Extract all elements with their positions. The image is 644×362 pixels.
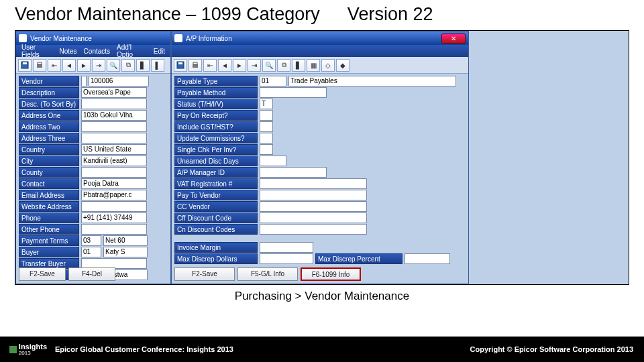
svg-rect-6 (193, 64, 198, 68)
vm-field[interactable] (81, 121, 147, 132)
vm-label: Address Two (19, 121, 79, 132)
ap-last-icon[interactable]: ⇥ (248, 59, 261, 72)
search-icon[interactable]: 🔍 (107, 59, 120, 72)
vm-window-title: Vendor Maintenance (30, 35, 92, 42)
vm-field[interactable]: US United State (81, 144, 147, 155)
copyright-text: Copyright © Epicor Software Corporation … (470, 345, 644, 353)
ap-field[interactable] (260, 167, 327, 178)
vm-field[interactable]: Katy S (103, 247, 148, 257)
ap-field[interactable] (260, 121, 273, 132)
save-icon[interactable] (18, 59, 32, 72)
vm-field[interactable] (81, 76, 87, 86)
vm-label: Phone (19, 213, 79, 223)
ap-print-icon[interactable] (189, 59, 202, 72)
print-icon[interactable] (33, 59, 46, 72)
vm-field[interactable]: Net 60 (103, 235, 148, 246)
first-icon[interactable]: ⇤ (48, 59, 61, 72)
ap-information-window: A/P Information ✕ ⇤ ◄ ► ⇥ 🔍 ⧉ ▋ ▦ ◇ ◆ Pa… (171, 31, 469, 284)
ap-field[interactable] (260, 133, 273, 143)
ap-col-icon[interactable]: ▋ (292, 59, 305, 72)
ap-field[interactable] (260, 156, 286, 166)
ap-prev-icon[interactable]: ◄ (218, 59, 231, 72)
extra2-icon[interactable]: ▌ (151, 59, 164, 72)
ap-save-icon[interactable] (174, 59, 187, 72)
ap-extra1-icon[interactable]: ◇ (321, 59, 335, 72)
ap-field[interactable] (260, 178, 367, 189)
f2-save-button[interactable]: F2-Save (19, 267, 66, 281)
vm-menubar[interactable]: User Fields Notes Contacts Add'l Optio E… (16, 45, 170, 57)
f6-1099-info-button[interactable]: F6-1099 Info (301, 267, 361, 281)
vm-field[interactable] (81, 201, 147, 212)
prev-icon[interactable]: ◄ (62, 59, 76, 72)
vm-label: Address One (19, 110, 79, 121)
vm-field[interactable] (81, 224, 147, 235)
extra1-icon[interactable]: ▋ (136, 59, 150, 72)
vm-field[interactable] (81, 167, 147, 178)
ap-field[interactable] (405, 253, 450, 264)
breadcrumb: Purchasing > Vendor Maintenance (0, 290, 644, 303)
ap-field[interactable] (260, 87, 327, 98)
ap-field[interactable]: T (260, 99, 273, 109)
vendor-maintenance-window: Vendor Maintenance User Fields Notes Con… (15, 31, 171, 284)
menu-addl-optio[interactable]: Add'l Optio (114, 44, 150, 58)
vm-field[interactable]: 103b Gokul Viha (81, 110, 147, 121)
vm-field[interactable]: 03 (81, 235, 101, 246)
ap-calc-icon[interactable]: ▦ (307, 59, 320, 72)
vm-field[interactable] (81, 133, 147, 143)
window-icon (19, 34, 27, 42)
menu-user-fields[interactable]: User Fields (19, 44, 55, 58)
last-icon[interactable]: ⇥ (92, 59, 105, 72)
screenshot-container: Vendor Maintenance User Fields Notes Con… (15, 30, 629, 285)
ap-field[interactable] (260, 213, 367, 223)
f4-del-button[interactable]: F4-Del (68, 267, 115, 281)
vm-field[interactable] (81, 99, 147, 109)
vm-field[interactable]: +91 (141) 37449 (81, 213, 147, 223)
next-icon[interactable]: ► (77, 59, 91, 72)
ap-field[interactable] (260, 190, 367, 200)
ap-field[interactable]: 01 (260, 76, 286, 86)
ap-label: CC Vendor (174, 201, 258, 212)
ap-field[interactable] (260, 144, 273, 155)
ap-search-icon[interactable]: 🔍 (262, 59, 276, 72)
ap-next-icon[interactable]: ► (233, 59, 246, 72)
menu-contacts[interactable]: Contacts (81, 48, 113, 55)
slide-title-right: Version 22 (347, 4, 433, 24)
ap-label: Update Commissions? (174, 133, 258, 143)
window-icon (174, 34, 182, 42)
vm-field[interactable]: Pooja Datra (81, 178, 147, 189)
ap-toolbar: ⇤ ◄ ► ⇥ 🔍 ⧉ ▋ ▦ ◇ ◆ (172, 57, 468, 74)
vm-field[interactable]: Kandivili (east) (81, 156, 147, 166)
ap-label: Pay On Receipt? (174, 110, 258, 121)
menu-notes[interactable]: Notes (56, 48, 79, 55)
slide-title-left: Vendor Maintenance – 1099 Category (15, 4, 320, 24)
vm-label: Website Address (19, 201, 79, 212)
ap-titlebar[interactable]: A/P Information ✕ (172, 32, 468, 45)
ap-extra2-icon[interactable]: ◆ (336, 59, 350, 72)
menu-edit[interactable]: Edit (151, 48, 168, 55)
vm-field[interactable]: 100006 (89, 76, 149, 86)
close-icon[interactable]: ✕ (441, 34, 466, 44)
copy-icon[interactable]: ⧉ (121, 59, 135, 72)
ap-field[interactable] (260, 224, 367, 235)
ap-field[interactable] (260, 110, 273, 121)
vm-label: Address Three (19, 133, 79, 143)
ap-field[interactable] (260, 242, 313, 253)
ap-field[interactable] (260, 201, 367, 212)
vm-label: Contact (19, 178, 79, 189)
insights-logo: Insights 2013 (0, 343, 47, 356)
ap-label: VAT Registration # (174, 178, 258, 189)
vm-titlebar[interactable]: Vendor Maintenance (16, 32, 170, 45)
ap-label: Cn Discount Codes (174, 224, 258, 235)
ap-first-icon[interactable]: ⇤ (203, 59, 217, 72)
ap-field[interactable] (260, 253, 313, 264)
f5-gl-info-button[interactable]: F5-G/L Info (237, 267, 298, 281)
ap-label: Include GST/HST? (174, 121, 258, 132)
vm-field[interactable]: Pbatra@paper.c (81, 190, 147, 200)
svg-rect-3 (38, 62, 42, 64)
f2-save-button-ap[interactable]: F2-Save (174, 267, 235, 281)
ap-label: Payable Type (174, 76, 258, 86)
vm-label: Email Address (19, 190, 79, 200)
vm-field[interactable]: 01 (81, 247, 101, 257)
vm-field[interactable]: Oversea's Pape (81, 87, 147, 98)
ap-copy-icon[interactable]: ⧉ (277, 59, 290, 72)
